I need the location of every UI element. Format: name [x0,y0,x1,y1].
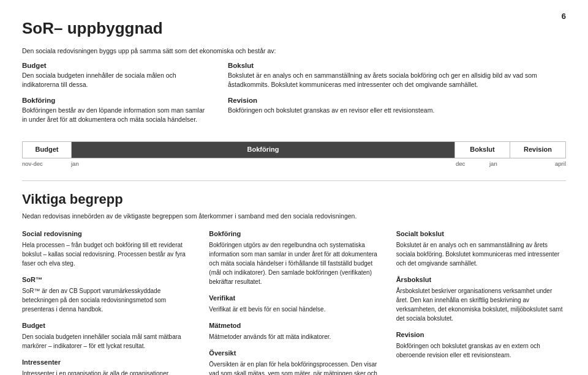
term-text-2-1: Årsbokslutet beskriver organisationens v… [396,286,566,323]
revision-block: Revision Bokföringen och bokslutet grans… [228,95,566,115]
term-intressenter: Intressenter Intressenter i en organisat… [22,358,192,375]
term-heading-1-1: Verifikat [209,294,379,303]
term-text-1-1: Verifikat är ett bevis för en social hän… [209,305,379,314]
term-text-0-1: SoR™ är den av CB Support varumärkesskyd… [22,286,192,314]
term-heading-2-1: Årsbokslut [396,275,566,285]
term-heading-0-2: Budget [22,321,192,331]
col-1: Social redovisning Hela processen – från… [22,229,192,375]
viktiga-section: Viktiga begrepp Nedan redovisas innebörd… [22,190,566,375]
revision-heading: Revision [228,95,566,106]
term-sor: SoR™ SoR™ är den av CB Support varumärke… [22,275,192,314]
term-budget: Budget Den sociala budgeten innehåller s… [22,321,192,351]
term-matmetod: Mätmetod Mätmetoder används för att mäta… [209,321,379,341]
intro-text: Den sociala redovisningen byggs upp på s… [22,46,566,56]
three-col-layout: Social redovisning Hela processen – från… [22,229,566,375]
timeline-container: Budget Bokföring Bokslut Revision nov-de… [22,141,566,168]
timeline-bokforing: Bokföring [72,142,455,158]
page-title: SoR– uppbyggnad [22,17,566,40]
term-text-1-3: Översikten är en plan för hela bokföring… [209,360,379,375]
divider [22,180,566,181]
term-arsbokslut: Årsbokslut Årsbokslutet beskriver organi… [396,275,566,323]
page-container: 6 SoR– uppbyggnad Den sociala redovisnin… [0,0,588,375]
col-2: Bokföring Bokföringen utgörs av den rege… [209,229,379,375]
tl-label-jan: jan [71,160,456,168]
term-heading-2-2: Revision [396,330,566,340]
bokforing-heading: Bokföring [22,95,206,106]
term-social-redovisning: Social redovisning Hela processen – från… [22,229,192,268]
term-heading-0-0: Social redovisning [22,229,192,239]
bokslut-text: Bokslutet är en analys och en sammanstäl… [228,71,566,89]
term-text-2-2: Bokföringen och bokslutet granskas av en… [396,341,566,360]
tl-label-novdec: nov-dec [22,160,71,168]
timeline-labels: nov-dec jan dec jan april [22,160,566,168]
bokslut-block: Bokslut Bokslutet är en analys och en sa… [228,61,566,89]
bokslut-heading: Bokslut [228,61,566,71]
timeline-bar: Budget Bokföring Bokslut Revision [22,141,566,158]
revision-text: Bokföringen och bokslutet granskas av en… [228,106,566,115]
page-number: 6 [562,11,566,23]
top-left-col: Budget Den sociala budgeten innehåller d… [22,61,206,130]
viktiga-title: Viktiga begrepp [22,190,566,209]
top-right-col: Bokslut Bokslutet är en analys och en sa… [228,61,566,130]
term-heading-2-0: Socialt bokslut [396,229,566,239]
budget-text: Den sociala budgeten innehåller de socia… [22,71,206,89]
viktiga-subtitle: Nedan redovisas innebörden av de viktiga… [22,212,566,221]
tl-label-jan2: jan [489,160,511,168]
bokforing-text: Bokföringen består av den löpande inform… [22,106,206,124]
term-text-2-0: Bokslutet är en analys och en sammanstäl… [396,240,566,268]
budget-heading: Budget [22,61,206,71]
col-3: Socialt bokslut Bokslutet är en analys o… [396,229,566,375]
term-heading-0-3: Intressenter [22,358,192,368]
term-heading-1-0: Bokföring [209,229,379,239]
term-verifikat: Verifikat Verifikat är ett bevis för en … [209,294,379,314]
term-heading-1-3: Översikt [209,349,379,358]
term-oversikt: Översikt Översikten är en plan för hela … [209,349,379,375]
tl-label-dec: dec [456,160,489,168]
timeline-budget: Budget [23,142,72,158]
term-heading-1-2: Mätmetod [209,321,379,331]
budget-block: Budget Den sociala budgeten innehåller d… [22,61,206,89]
timeline-bokslut: Bokslut [455,142,510,158]
term-text-0-0: Hela processen – från budget och bokföri… [22,240,192,268]
term-heading-0-1: SoR™ [22,275,192,285]
term-text-0-3: Intressenter i en organisation är alla d… [22,369,192,375]
term-revision-def: Revision Bokföringen och bokslutet grans… [396,330,566,360]
tl-label-april: april [511,160,566,168]
term-text-1-0: Bokföringen utgörs av den regelbundna oc… [209,240,379,286]
bokforing-block: Bokföring Bokföringen består av den löpa… [22,95,206,124]
term-text-0-2: Den sociala budgeten innehåller sociala … [22,332,192,351]
term-socialt-bokslut: Socialt bokslut Bokslutet är en analys o… [396,229,566,268]
term-text-1-2: Mätmetoder används för att mäta indikato… [209,332,379,341]
top-columns: Budget Den sociala budgeten innehåller d… [22,61,566,130]
title-section: SoR– uppbyggnad Den sociala redovisninge… [22,17,566,56]
timeline-revision: Revision [510,142,565,158]
term-bokforing-def: Bokföring Bokföringen utgörs av den rege… [209,229,379,286]
